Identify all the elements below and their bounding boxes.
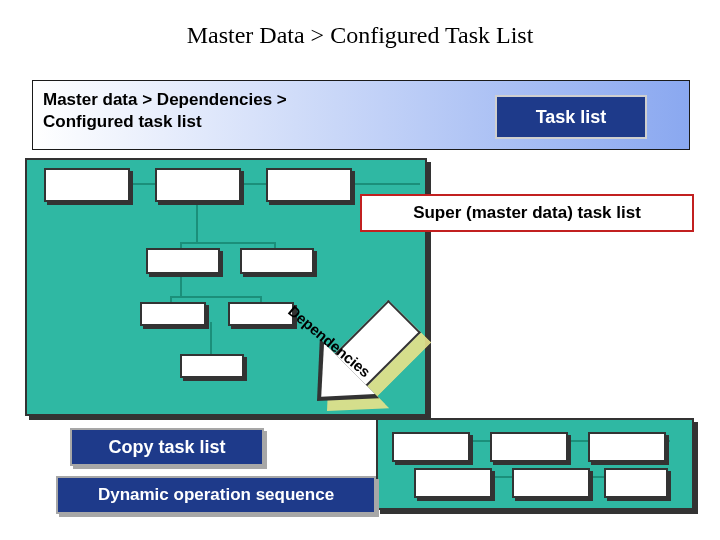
tree-node [44, 168, 130, 202]
breadcrumb: Master data > Dependencies > Configured … [43, 89, 323, 133]
copy-node [490, 432, 568, 462]
task-list-badge: Task list [495, 95, 647, 139]
copy-node [414, 468, 492, 498]
tree-connector [180, 242, 274, 244]
copy-task-list-badge: Copy task list [70, 428, 264, 466]
tree-connector [85, 183, 420, 185]
page-title: Master Data > Configured Task List [0, 22, 720, 49]
dynamic-operation-badge: Dynamic operation sequence [56, 476, 376, 514]
tree-node [146, 248, 220, 274]
tree-node [180, 354, 244, 378]
tree-node [240, 248, 314, 274]
tree-node [140, 302, 206, 326]
breadcrumb-bar: Master data > Dependencies > Configured … [32, 80, 690, 150]
tree-connector [196, 198, 198, 243]
copy-node [604, 468, 668, 498]
copy-node [588, 432, 666, 462]
tree-connector [210, 322, 212, 354]
tree-node [155, 168, 241, 202]
copy-node [392, 432, 470, 462]
copy-node [512, 468, 590, 498]
tree-connector [170, 296, 262, 298]
super-task-list-label: Super (master data) task list [360, 194, 694, 232]
tree-node [266, 168, 352, 202]
